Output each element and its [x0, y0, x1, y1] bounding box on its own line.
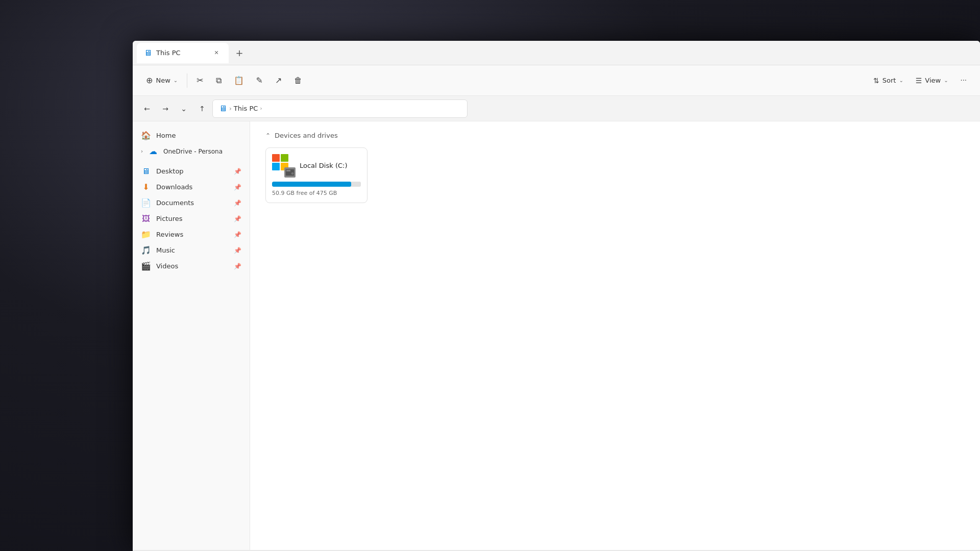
new-icon: ⊕	[146, 76, 153, 85]
desktop-pin-icon: 📌	[234, 168, 241, 175]
documents-icon: 📄	[141, 198, 151, 208]
drive-progress-fill	[272, 182, 351, 187]
cut-icon: ✂	[197, 76, 203, 85]
drive-space-label: 50.9 GB free of 475 GB	[272, 190, 361, 196]
desktop-icon: 🖥	[141, 166, 151, 176]
sidebar-item-downloads[interactable]: ⬇ Downloads 📌	[133, 179, 250, 195]
svg-rect-2	[286, 170, 290, 171]
more-label: ···	[961, 77, 967, 84]
sidebar-pictures-label: Pictures	[156, 215, 182, 222]
sort-button[interactable]: ⇅ Sort ⌄	[868, 71, 909, 90]
drive-header: Local Disk (C:)	[272, 154, 361, 177]
forward-button[interactable]: →	[157, 101, 174, 117]
rename-icon: ✎	[256, 76, 263, 85]
breadcrumb-sep-1: ›	[229, 105, 232, 112]
sort-label: Sort	[883, 77, 896, 84]
reviews-icon: 📁	[141, 230, 151, 239]
new-label: New	[156, 77, 170, 84]
content-area: ⌃ Devices and drives	[250, 121, 980, 550]
sidebar-videos-label: Videos	[156, 262, 178, 270]
sidebar-item-home[interactable]: 🏠 Home	[133, 128, 250, 143]
sidebar-onedrive-label: OneDrive - Persona	[163, 148, 223, 155]
section-header: ⌃ Devices and drives	[265, 132, 965, 139]
breadcrumb-end-arrow: ›	[260, 106, 262, 111]
home-icon: 🏠	[141, 131, 151, 140]
delete-icon: 🗑	[294, 76, 302, 85]
breadcrumb[interactable]: 🖥 › This PC ›	[212, 99, 468, 118]
sidebar-item-videos[interactable]: 🎬 Videos 📌	[133, 258, 250, 274]
back-button[interactable]: ←	[139, 101, 155, 117]
copy-button[interactable]: ⧉	[211, 71, 227, 90]
tab-folder-icon: 🖥	[144, 48, 152, 58]
onedrive-chevron: ›	[141, 148, 143, 154]
svg-point-4	[292, 173, 293, 174]
music-pin-icon: 📌	[234, 247, 241, 254]
toolbar-right: ⇅ Sort ⌄ ☰ View ⌄ ···	[868, 71, 972, 90]
videos-pin-icon: 📌	[234, 263, 241, 270]
sidebar-item-pictures[interactable]: 🖼 Pictures 📌	[133, 211, 250, 227]
nav-bar: ← → ⌄ ↑ 🖥 › This PC ›	[133, 96, 980, 121]
breadcrumb-this-pc: This PC	[234, 105, 258, 112]
view-icon: ☰	[916, 77, 922, 85]
title-bar: 🖥 This PC ✕ +	[133, 41, 980, 65]
videos-icon: 🎬	[141, 261, 151, 271]
active-tab[interactable]: 🖥 This PC ✕	[137, 43, 229, 63]
sidebar-music-label: Music	[156, 246, 175, 254]
sidebar-desktop-label: Desktop	[156, 167, 184, 175]
dropdown-icon: ⌄	[181, 105, 187, 113]
main-area: 🏠 Home › ☁ OneDrive - Persona 🖥 Desktop …	[133, 121, 980, 550]
music-icon: 🎵	[141, 245, 151, 255]
dropdown-button[interactable]: ⌄	[176, 101, 192, 117]
downloads-icon: ⬇	[141, 182, 151, 192]
share-button[interactable]: ↗	[270, 71, 287, 90]
delete-button[interactable]: 🗑	[289, 71, 307, 90]
toolbar-separator-1	[187, 73, 187, 88]
reviews-pin-icon: 📌	[234, 231, 241, 238]
sidebar-reviews-label: Reviews	[156, 231, 183, 238]
breadcrumb-home-icon: 🖥	[219, 104, 227, 113]
forward-icon: →	[162, 105, 168, 113]
pictures-pin-icon: 📌	[234, 215, 241, 222]
new-button[interactable]: ⊕ New ⌄	[141, 71, 183, 90]
pictures-icon: 🖼	[141, 214, 151, 223]
tab-close-button[interactable]: ✕	[211, 48, 222, 58]
toolbar: ⊕ New ⌄ ✂ ⧉ 📋 ✎ ↗ 🗑 ⇅ Sort ⌄	[133, 65, 980, 96]
disk-icon	[284, 167, 296, 178]
onedrive-icon: ☁	[148, 146, 158, 156]
sort-icon: ⇅	[873, 77, 879, 85]
sidebar-downloads-label: Downloads	[156, 183, 192, 191]
view-button[interactable]: ☰ View ⌄	[911, 71, 953, 90]
tab-title-text: This PC	[156, 49, 207, 57]
sidebar-item-documents[interactable]: 📄 Documents 📌	[133, 195, 250, 211]
sidebar-item-onedrive[interactable]: › ☁ OneDrive - Persona	[133, 143, 250, 159]
documents-pin-icon: 📌	[234, 199, 241, 207]
drive-name: Local Disk (C:)	[300, 162, 347, 169]
sidebar-item-reviews[interactable]: 📁 Reviews 📌	[133, 227, 250, 242]
back-icon: ←	[144, 105, 150, 113]
paste-icon: 📋	[234, 76, 244, 85]
new-tab-button[interactable]: +	[231, 44, 248, 62]
sidebar-item-music[interactable]: 🎵 Music 📌	[133, 242, 250, 258]
up-button[interactable]: ↑	[194, 101, 210, 117]
up-icon: ↑	[199, 105, 205, 113]
section-chevron[interactable]: ⌃	[265, 132, 271, 139]
paste-button[interactable]: 📋	[229, 71, 249, 90]
new-chevron: ⌄	[174, 78, 178, 83]
cut-button[interactable]: ✂	[191, 71, 208, 90]
sidebar-home-label: Home	[156, 132, 176, 139]
more-button[interactable]: ···	[955, 71, 972, 90]
rename-button[interactable]: ✎	[251, 71, 268, 90]
drive-icon-wrap	[272, 154, 295, 177]
drive-item-c[interactable]: Local Disk (C:) 50.9 GB free of 475 GB	[265, 147, 368, 203]
sidebar: 🏠 Home › ☁ OneDrive - Persona 🖥 Desktop …	[133, 121, 250, 550]
sort-chevron: ⌄	[899, 78, 903, 83]
downloads-pin-icon: 📌	[234, 184, 241, 191]
share-icon: ↗	[275, 76, 282, 85]
drive-progress-bar	[272, 182, 361, 187]
view-label: View	[925, 77, 941, 84]
section-title: Devices and drives	[275, 132, 338, 139]
copy-icon: ⧉	[216, 76, 222, 85]
sidebar-item-desktop[interactable]: 🖥 Desktop 📌	[133, 163, 250, 179]
view-chevron: ⌄	[944, 78, 948, 83]
sidebar-documents-label: Documents	[156, 199, 194, 207]
